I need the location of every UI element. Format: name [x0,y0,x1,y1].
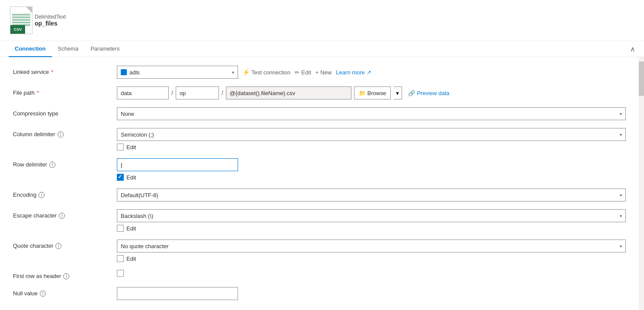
encoding-value: Default(UTF-8) [121,192,158,198]
null-value-row: Null value i [13,287,626,300]
collapse-icon: ∧ [630,45,635,53]
escape-character-edit-checkbox[interactable] [117,225,124,232]
browse-button[interactable]: 📁 Browse [354,86,391,99]
quote-character-label: Quote character i [13,240,117,249]
quote-character-info-icon[interactable]: i [55,243,61,249]
escape-character-row: Escape character i Backslash (\) ▾ Edit [13,209,626,232]
learn-more-button[interactable]: Learn more ↗ [336,69,371,76]
escape-character-controls: Backslash (\) ▾ Edit [117,209,626,232]
null-value-input[interactable] [117,287,238,300]
linked-service-select[interactable]: adls ▾ [117,66,238,79]
escape-character-info-icon[interactable]: i [59,213,65,219]
browse-folder-icon: 📁 [359,90,366,96]
encoding-select[interactable]: Default(UTF-8) ▾ [117,189,626,201]
first-row-as-header-row: First row as header i [13,270,626,279]
column-delimiter-edit-label: Edit [126,144,136,150]
tabs-bar: Connection Schema Parameters ∧ [0,41,644,57]
escape-character-edit-row: Edit [117,225,626,232]
linked-service-row: Linked service * adls ▾ ⚡ Test connectio… [13,66,626,79]
external-link-icon: ↗ [367,69,371,76]
tab-parameters[interactable]: Parameters [84,41,126,57]
encoding-controls: Default(UTF-8) ▾ [117,189,626,201]
column-delimiter-label: Column delimiter i [13,128,117,137]
first-row-as-header-controls [117,270,626,278]
null-value-info-icon[interactable]: i [40,291,46,297]
first-row-as-header-label: First row as header i [13,270,117,279]
app-container: CSV DelimitedText op_files Connection Sc… [0,0,644,310]
file-path-input-3[interactable] [226,86,351,99]
row-delimiter-input[interactable] [117,158,238,171]
compression-type-label: Compression type [13,107,117,117]
main-content: Linked service * adls ▾ ⚡ Test connectio… [0,57,644,310]
column-delimiter-chevron-icon: ▾ [620,132,622,137]
tab-connection[interactable]: Connection [9,41,52,57]
plus-icon: + [316,69,319,76]
linked-service-chevron: ▾ [232,70,234,75]
encoding-label: Encoding i [13,189,117,198]
browse-dropdown-button[interactable]: ▾ [393,86,402,99]
linked-service-value: adls [129,69,140,76]
linked-service-controls: adls ▾ ⚡ Test connection ✏ Edit + New [117,66,626,79]
first-row-as-header-info-icon[interactable]: i [63,273,69,279]
compression-type-select[interactable]: None ▾ [117,107,626,120]
row-delimiter-edit-row: Edit [117,174,626,181]
row-delimiter-edit-checkbox[interactable] [117,174,124,181]
linked-service-label: Linked service * [13,66,117,75]
form-area: Linked service * adls ▾ ⚡ Test connectio… [0,57,639,310]
escape-character-chevron-icon: ▾ [620,214,622,218]
row-delimiter-row: Row delimiter i Edit [13,158,626,181]
escape-character-select[interactable]: Backslash (\) ▾ [117,209,626,222]
quote-character-edit-row: Edit [117,255,626,262]
csv-icon: CSV [9,5,35,35]
compression-type-row: Compression type None ▾ [13,107,626,120]
file-type-label: DelimitedText [35,14,66,20]
linked-service-required: * [51,69,53,75]
quote-character-edit-checkbox[interactable] [117,255,124,262]
compression-chevron-icon: ▾ [620,112,622,116]
csv-badge-text: CSV [14,27,22,32]
browse-chevron-icon: ▾ [396,90,399,96]
column-delimiter-row: Column delimiter i Semicolon (;) ▾ Edit [13,128,626,150]
escape-character-value: Backslash (\) [121,213,153,219]
preview-data-button[interactable]: 🔗 Preview data [408,90,449,96]
compression-type-controls: None ▾ [117,107,626,120]
edit-linked-service-button[interactable]: ✏ Edit [295,69,311,76]
column-delimiter-edit-checkbox[interactable] [117,144,124,150]
scrollbar-thumb[interactable] [639,61,644,96]
row-delimiter-edit-label: Edit [126,174,136,181]
path-separator-2: / [222,89,223,96]
null-value-label: Null value i [13,287,117,297]
row-delimiter-controls: Edit [117,158,626,181]
collapse-panel-button[interactable]: ∧ [630,45,635,53]
column-delimiter-select[interactable]: Semicolon (;) ▾ [117,128,626,141]
encoding-chevron-icon: ▾ [620,193,622,198]
quote-character-chevron-icon: ▾ [620,244,622,249]
file-path-input-2[interactable] [176,86,219,99]
encoding-row: Encoding i Default(UTF-8) ▾ [13,189,626,201]
compression-type-value: None [121,111,134,117]
file-path-input-1[interactable] [117,86,169,99]
file-path-required: * [37,89,39,96]
header-text: DelimitedText op_files [35,14,66,27]
test-connection-button[interactable]: ⚡ Test connection [242,69,290,76]
column-delimiter-info-icon[interactable]: i [58,131,64,137]
quote-character-edit-label: Edit [126,256,136,262]
encoding-info-icon[interactable]: i [39,192,45,198]
new-linked-service-button[interactable]: + New [316,69,332,76]
scrollbar-track[interactable] [639,57,644,310]
quote-character-controls: No quote character ▾ Edit [117,240,626,262]
column-delimiter-edit-row: Edit [117,144,626,150]
file-path-row: File path * / / 📁 Browse [13,86,626,99]
row-delimiter-info-icon[interactable]: i [49,162,55,168]
column-delimiter-value: Semicolon (;) [121,131,154,138]
quote-character-value: No quote character [121,243,169,249]
header: CSV DelimitedText op_files [0,0,644,41]
quote-character-select[interactable]: No quote character ▾ [117,240,626,252]
row-delimiter-label: Row delimiter i [13,158,117,168]
linked-service-icon [121,69,127,75]
quote-character-row: Quote character i No quote character ▾ E… [13,240,626,262]
first-row-as-header-checkbox[interactable] [117,270,124,277]
column-delimiter-controls: Semicolon (;) ▾ Edit [117,128,626,150]
link-icon: 🔗 [408,90,415,96]
tab-schema[interactable]: Schema [52,41,85,57]
